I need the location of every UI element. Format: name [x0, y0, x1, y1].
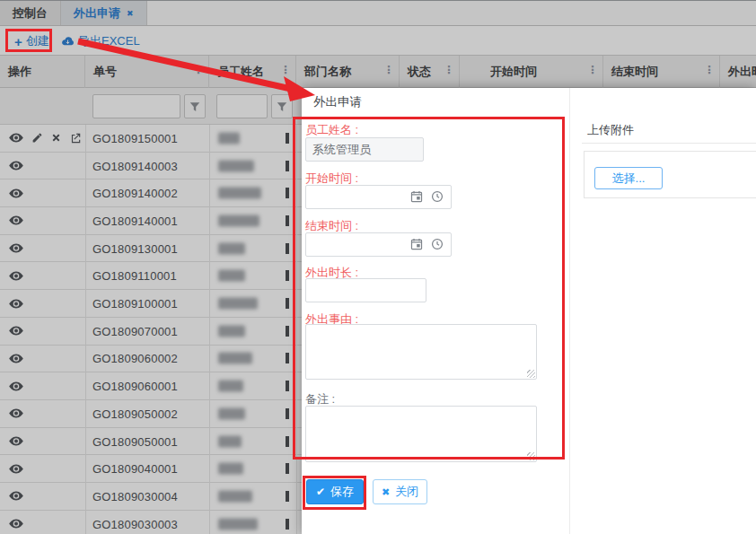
reason-textarea[interactable] [305, 324, 537, 380]
select-file-button[interactable]: 选择... [594, 167, 663, 189]
employee-name-label: 员工姓名 : [305, 122, 358, 138]
clock-icon[interactable] [431, 238, 444, 250]
start-time-input[interactable] [305, 185, 452, 209]
close-button[interactable]: ✖ 关闭 [373, 479, 427, 504]
save-button[interactable]: ✔ 保存 [306, 479, 364, 504]
panel-divider [569, 88, 570, 534]
close-button-label: 关闭 [395, 484, 418, 500]
calendar-icon[interactable] [410, 190, 423, 203]
clock-icon[interactable] [431, 190, 444, 203]
dialog-title: 外出申请 [313, 94, 362, 110]
select-file-label: 选择... [612, 171, 646, 187]
remark-textarea[interactable] [305, 406, 537, 462]
duration-input[interactable] [305, 278, 426, 302]
check-icon: ✔ [316, 486, 325, 497]
end-time-input[interactable] [305, 232, 452, 257]
employee-name-input[interactable] [305, 137, 424, 162]
upload-divider [582, 143, 756, 144]
app-window: 控制台外出申请✖ + 创建 导出EXCEL 操作单号⋮员工姓名⋮部门名称⋮状态⋮… [0, 0, 756, 534]
outing-request-dialog: 外出申请 员工姓名 : 开始时间 : 结束时间 : 外出时长 : 外出事由 : … [302, 88, 756, 534]
upload-panel-title: 上传附件 [587, 122, 634, 138]
close-x-icon: ✖ [382, 487, 390, 497]
upload-dropzone: 选择... [584, 151, 756, 198]
calendar-icon[interactable] [410, 238, 423, 250]
save-button-label: 保存 [330, 484, 354, 500]
